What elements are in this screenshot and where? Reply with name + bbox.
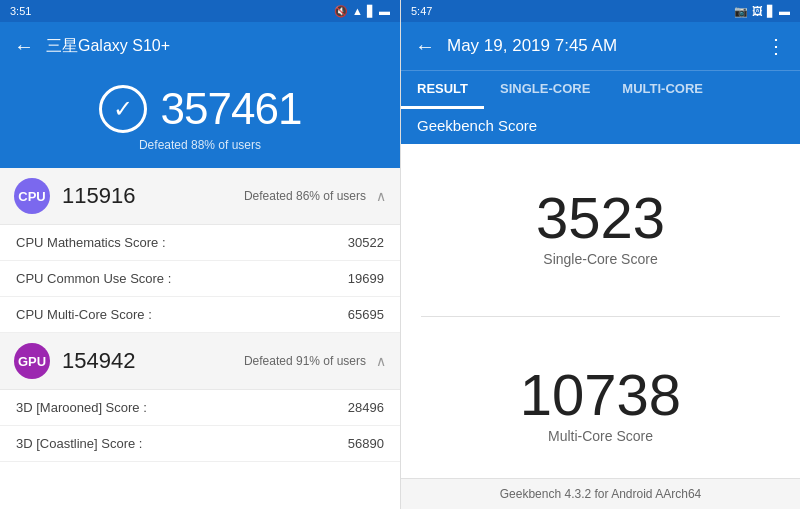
right-panel: 5:47 📷 🖼 ▋ ▬ ← May 19, 2019 7:45 AM ⋮ RE… — [400, 0, 800, 509]
right-header: ← May 19, 2019 7:45 AM ⋮ — [401, 22, 800, 70]
multi-core-block: 10738 Multi-Core Score — [520, 366, 681, 444]
gpu-sub-score-row-0: 3D [Marooned] Score : 28496 — [0, 390, 400, 426]
gpu-sub-score-row-1: 3D [Coastline] Score : 56890 — [0, 426, 400, 462]
cpu-icon: CPU — [14, 178, 50, 214]
gpu-score: 154942 — [62, 348, 244, 374]
date-text: May 19, 2019 7:45 AM — [447, 36, 766, 56]
gpu-chevron-icon[interactable]: ∧ — [376, 353, 386, 369]
cpu-sub-value-1: 19699 — [348, 271, 384, 286]
cpu-sub-label-0: CPU Mathematics Score : — [16, 235, 166, 250]
cpu-sub-label-2: CPU Multi-Core Score : — [16, 307, 152, 322]
tab-single-core[interactable]: SINGLE-CORE — [484, 71, 606, 109]
gpu-sub-value-0: 28496 — [348, 400, 384, 415]
main-defeated-text: Defeated 88% of users — [139, 138, 261, 152]
left-header: ← 三星Galaxy S10+ — [0, 22, 400, 70]
gpu-sub-value-1: 56890 — [348, 436, 384, 451]
geekbench-section-header: Geekbench Score — [401, 109, 800, 144]
single-core-block: 3523 Single-Core Score — [536, 189, 665, 267]
gpu-sub-label-1: 3D [Coastline] Score : — [16, 436, 142, 451]
main-score-section: ✓ 357461 Defeated 88% of users — [0, 70, 400, 168]
score-divider — [421, 316, 780, 317]
gpu-category-row: GPU 154942 Defeated 91% of users ∧ — [0, 333, 400, 390]
right-time: 5:47 — [411, 5, 432, 17]
cpu-chevron-icon[interactable]: ∧ — [376, 188, 386, 204]
cpu-sub-score-row-0: CPU Mathematics Score : 30522 — [0, 225, 400, 261]
single-core-label: Single-Core Score — [543, 251, 657, 267]
device-name: 三星Galaxy S10+ — [46, 36, 170, 57]
left-status-bar: 3:51 🔇 ▲ ▋ ▬ — [0, 0, 400, 22]
main-score-number: 357461 — [161, 84, 302, 134]
cpu-sub-label-1: CPU Common Use Score : — [16, 271, 171, 286]
cpu-category-row: CPU 115916 Defeated 86% of users ∧ — [0, 168, 400, 225]
more-options-icon[interactable]: ⋮ — [766, 34, 786, 58]
left-back-button[interactable]: ← — [14, 35, 34, 58]
check-circle-icon: ✓ — [99, 85, 147, 133]
tab-result[interactable]: RESULT — [401, 71, 484, 109]
right-status-icons: 📷 🖼 ▋ ▬ — [734, 5, 790, 18]
cpu-score: 115916 — [62, 183, 244, 209]
left-time: 3:51 — [10, 5, 31, 17]
main-score-row: ✓ 357461 — [99, 84, 302, 134]
geekbench-title: Geekbench Score — [417, 117, 537, 134]
tabs-row: RESULT SINGLE-CORE MULTI-CORE — [401, 70, 800, 109]
gpu-defeated-text: Defeated 91% of users — [244, 354, 366, 368]
cpu-defeated-text: Defeated 86% of users — [244, 189, 366, 203]
gpu-sub-label-0: 3D [Marooned] Score : — [16, 400, 147, 415]
right-gallery-icon: 🖼 — [752, 5, 763, 17]
cpu-sub-value-2: 65695 — [348, 307, 384, 322]
tab-multi-core[interactable]: MULTI-CORE — [606, 71, 719, 109]
right-content: 3523 Single-Core Score 10738 Multi-Core … — [401, 144, 800, 478]
right-back-button[interactable]: ← — [415, 35, 435, 58]
mute-icon: 🔇 — [334, 5, 348, 18]
geekbench-footer: Geekbench 4.3.2 for Android AArch64 — [401, 478, 800, 509]
footer-text: Geekbench 4.3.2 for Android AArch64 — [500, 487, 701, 501]
left-status-icons: 🔇 ▲ ▋ ▬ — [334, 5, 390, 18]
wifi-icon: ▲ — [352, 5, 363, 17]
right-battery-icon: ▬ — [779, 5, 790, 17]
multi-core-score: 10738 — [520, 366, 681, 424]
cpu-sub-value-0: 30522 — [348, 235, 384, 250]
right-camera-icon: 📷 — [734, 5, 748, 18]
cpu-sub-score-row-2: CPU Multi-Core Score : 65695 — [0, 297, 400, 333]
scores-list: CPU 115916 Defeated 86% of users ∧ CPU M… — [0, 168, 400, 509]
left-panel: 3:51 🔇 ▲ ▋ ▬ ← 三星Galaxy S10+ ✓ 357461 De… — [0, 0, 400, 509]
multi-core-label: Multi-Core Score — [548, 428, 653, 444]
right-signal-icon: ▋ — [767, 5, 775, 18]
cpu-sub-score-row-1: CPU Common Use Score : 19699 — [0, 261, 400, 297]
signal-icon: ▋ — [367, 5, 375, 18]
gpu-icon: GPU — [14, 343, 50, 379]
battery-icon: ▬ — [379, 5, 390, 17]
single-core-score: 3523 — [536, 189, 665, 247]
right-status-bar: 5:47 📷 🖼 ▋ ▬ — [401, 0, 800, 22]
